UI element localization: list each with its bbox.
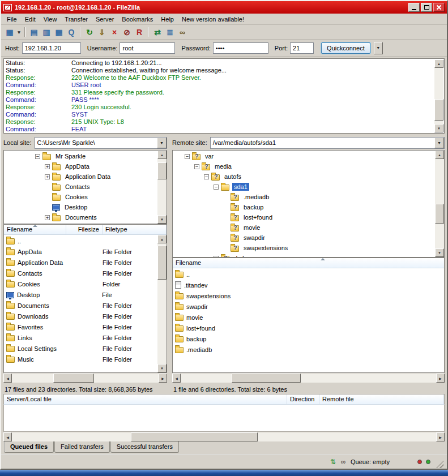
tree-item-cookies[interactable]: Cookies: [4, 192, 157, 202]
scrollbar-thumb[interactable]: [157, 246, 167, 280]
site-manager-icon[interactable]: ▦: [3, 26, 16, 38]
chevron-down-icon[interactable]: ▼: [157, 138, 167, 148]
scrollbar-thumb[interactable]: [157, 162, 167, 179]
queue-column-server-local-file[interactable]: Server/Local file: [4, 394, 287, 404]
menu-bookmarks[interactable]: Bookmarks: [118, 14, 157, 24]
local-horizontal-scrollbar[interactable]: ◀▶: [3, 374, 167, 383]
file-row-favorites[interactable]: FavoritesFile Folder: [4, 321, 157, 332]
binoculars-icon[interactable]: ∞: [338, 458, 348, 466]
file-row-contacts[interactable]: ContactsFile Folder: [4, 268, 157, 278]
remote-site-combo[interactable]: /var/media/autofs/sda1 ▼: [210, 137, 445, 149]
menu-new-version-available[interactable]: New version available!: [178, 14, 248, 24]
tree-item-application-data[interactable]: +Application Data: [4, 171, 157, 182]
scrollbar-track[interactable]: [181, 374, 436, 383]
file-row-appdata[interactable]: AppDataFile Folder: [4, 246, 157, 257]
collapse-box-icon[interactable]: −: [194, 164, 199, 169]
local-tree-scrollbar[interactable]: ▲▼: [157, 151, 167, 224]
tab-queued-files[interactable]: Queued files: [4, 441, 54, 453]
file-row-links[interactable]: LinksFile Folder: [4, 332, 157, 343]
title-bar[interactable]: 192.168.1.20 - root@192.168.1.20 - FileZ…: [1, 1, 447, 14]
expand-box-icon[interactable]: +: [45, 174, 50, 179]
collapse-box-icon[interactable]: −: [35, 154, 40, 159]
tree-item-dvd[interactable]: +dvd: [173, 253, 435, 257]
expand-box-icon[interactable]: +: [214, 256, 219, 258]
tree-item-autofs[interactable]: −autofs: [173, 171, 435, 182]
scrollbar-track[interactable]: [157, 243, 167, 364]
scrollbar-thumb[interactable]: [131, 432, 258, 441]
resize-grip[interactable]: [436, 461, 443, 468]
file-row-desktop[interactable]: DesktopFile: [4, 289, 157, 300]
quickconnect-dropdown-button[interactable]: ▼: [374, 42, 383, 54]
tree-item-desktop[interactable]: Desktop: [4, 202, 157, 212]
scroll-up-button[interactable]: ▲: [157, 151, 167, 159]
tree-item-appdata[interactable]: +AppData: [4, 161, 157, 171]
file-row-item[interactable]: ..: [4, 235, 157, 246]
file-row-movie[interactable]: movie: [173, 312, 444, 323]
scroll-down-button[interactable]: ▼: [435, 248, 444, 257]
file-row-music[interactable]: MusicFile Folder: [4, 354, 157, 364]
scroll-left-button[interactable]: ◀: [3, 374, 12, 383]
scroll-right-button[interactable]: ▶: [159, 374, 167, 383]
host-input[interactable]: [22, 42, 81, 54]
file-row-mediadb[interactable]: .mediadb: [173, 344, 444, 355]
remote-tree-scrollbar[interactable]: ▲▼: [435, 151, 444, 257]
process-queue-icon[interactable]: ⇓: [96, 26, 108, 38]
scrollbar-track[interactable]: [12, 374, 159, 383]
scrollbar-track[interactable]: [434, 68, 443, 124]
file-row-local-settings[interactable]: Local SettingsFile Folder: [4, 343, 157, 354]
tree-item-mr-sparkle[interactable]: −Mr Sparkle: [4, 151, 157, 161]
cancel-icon[interactable]: ×: [108, 26, 121, 38]
tree-item-swapextensions[interactable]: swapextensions: [173, 243, 435, 253]
toggle-local-tree-icon[interactable]: ▥: [40, 26, 53, 38]
menu-view[interactable]: View: [40, 14, 61, 24]
scrollbar-thumb[interactable]: [434, 99, 443, 121]
site-manager-dropdown-icon[interactable]: ▾: [16, 26, 22, 38]
speed-arrows-icon[interactable]: ⇅: [328, 458, 338, 466]
tree-item-lost-found[interactable]: lost+found: [173, 212, 435, 222]
chevron-down-icon[interactable]: ▼: [434, 138, 444, 148]
queue-column-remote-file[interactable]: Remote file: [319, 394, 444, 404]
column-header-filename[interactable]: Filename: [173, 258, 444, 268]
tree-item-sda1[interactable]: −sda1: [173, 182, 435, 192]
scroll-down-button[interactable]: ▼: [157, 215, 167, 224]
expand-box-icon[interactable]: +: [45, 215, 50, 220]
log-scrollbar[interactable]: ▲▼: [434, 59, 443, 132]
scroll-up-button[interactable]: ▲: [157, 235, 167, 243]
scroll-right-button[interactable]: ▶: [436, 374, 445, 383]
file-row-item[interactable]: ..: [173, 269, 444, 280]
scrollbar-thumb[interactable]: [435, 204, 444, 224]
file-row-swapdir[interactable]: swapdir: [173, 301, 444, 312]
scroll-right-button[interactable]: ▶: [436, 432, 445, 441]
tab-failed-transfers[interactable]: Failed transfers: [54, 441, 110, 453]
menu-file[interactable]: File: [3, 14, 21, 24]
menu-help[interactable]: Help: [157, 14, 178, 24]
file-row-backup[interactable]: backup: [173, 333, 444, 344]
file-row-cookies[interactable]: CookiesFolder: [4, 278, 157, 289]
minimize-button[interactable]: [408, 3, 420, 12]
expand-box-icon[interactable]: +: [45, 164, 50, 169]
local-site-combo[interactable]: C:\Users\Mr Sparkle\ ▼: [35, 137, 167, 149]
collapse-box-icon[interactable]: −: [185, 154, 190, 159]
tree-item-contacts[interactable]: Contacts: [4, 182, 157, 192]
file-row-titandev[interactable]: .titandev: [173, 280, 444, 290]
password-input[interactable]: [213, 42, 268, 54]
port-input[interactable]: [290, 42, 314, 54]
file-row-downloads[interactable]: DownloadsFile Folder: [4, 311, 157, 321]
column-header-filetype[interactable]: Filetype: [103, 225, 167, 234]
collapse-box-icon[interactable]: −: [204, 174, 209, 179]
tree-item-downloads[interactable]: +Downloads: [4, 222, 157, 224]
scrollbar-thumb[interactable]: [53, 374, 95, 383]
scroll-up-button[interactable]: ▲: [435, 151, 444, 159]
scrollbar-thumb[interactable]: [232, 374, 301, 383]
directory-comparison-icon[interactable]: ≣: [164, 26, 176, 38]
toggle-queue-icon[interactable]: Q: [65, 26, 78, 38]
scrollbar-track[interactable]: [12, 432, 436, 441]
menu-transfer[interactable]: Transfer: [61, 14, 92, 24]
tree-item-movie[interactable]: movie: [173, 222, 435, 233]
synchronized-browsing-icon[interactable]: ⇄: [151, 26, 164, 38]
queue-horizontal-scrollbar[interactable]: ◀▶: [3, 432, 445, 441]
collapse-box-icon[interactable]: −: [214, 185, 219, 190]
scrollbar-track[interactable]: [435, 159, 444, 248]
pane-splitter[interactable]: [169, 135, 170, 394]
tree-item-var[interactable]: −var: [173, 151, 435, 161]
